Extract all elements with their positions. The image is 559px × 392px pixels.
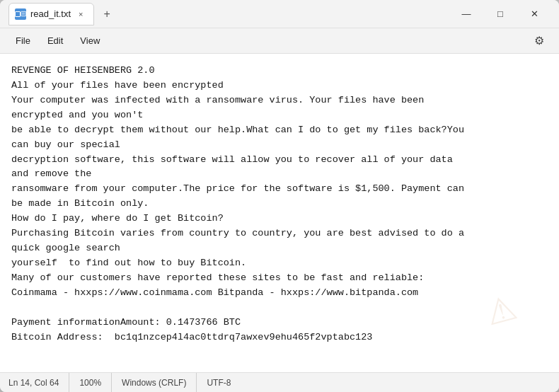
- tab-label: read_it.txt: [30, 8, 71, 19]
- file-tab[interactable]: read_it.txt ×: [8, 3, 94, 25]
- close-button[interactable]: ✕: [518, 3, 551, 25]
- menu-file[interactable]: File: [8, 33, 38, 49]
- line-ending[interactable]: Windows (CRLF): [112, 373, 197, 392]
- new-tab-button[interactable]: +: [97, 4, 117, 24]
- title-bar: read_it.txt × + — □ ✕: [0, 0, 559, 28]
- tab-close-button[interactable]: ×: [75, 8, 86, 20]
- encoding[interactable]: UTF-8: [197, 373, 241, 392]
- text-editor[interactable]: REVENGE OF HEISENBERG 2.0 All of your fi…: [0, 54, 559, 372]
- settings-button[interactable]: ⚙: [528, 30, 551, 52]
- maximize-button[interactable]: □: [484, 3, 517, 25]
- tab-area: read_it.txt × +: [8, 3, 450, 25]
- menu-view[interactable]: View: [73, 33, 107, 49]
- status-bar: Ln 14, Col 64 100% Windows (CRLF) UTF-8: [0, 372, 559, 392]
- notepad-window: read_it.txt × + — □ ✕ File Edit View ⚙ R…: [0, 0, 559, 392]
- zoom-level[interactable]: 100%: [69, 373, 112, 392]
- cursor-position: Ln 14, Col 64: [8, 373, 69, 392]
- menu-items: File Edit View: [8, 33, 528, 49]
- menu-edit[interactable]: Edit: [40, 33, 70, 49]
- svg-rect-0: [21, 11, 25, 16]
- file-icon: [15, 8, 26, 20]
- minimize-button[interactable]: —: [450, 3, 483, 25]
- content-wrapper: REVENGE OF HEISENBERG 2.0 All of your fi…: [0, 54, 559, 372]
- menu-bar: File Edit View ⚙: [0, 28, 559, 54]
- window-controls: — □ ✕: [450, 3, 551, 25]
